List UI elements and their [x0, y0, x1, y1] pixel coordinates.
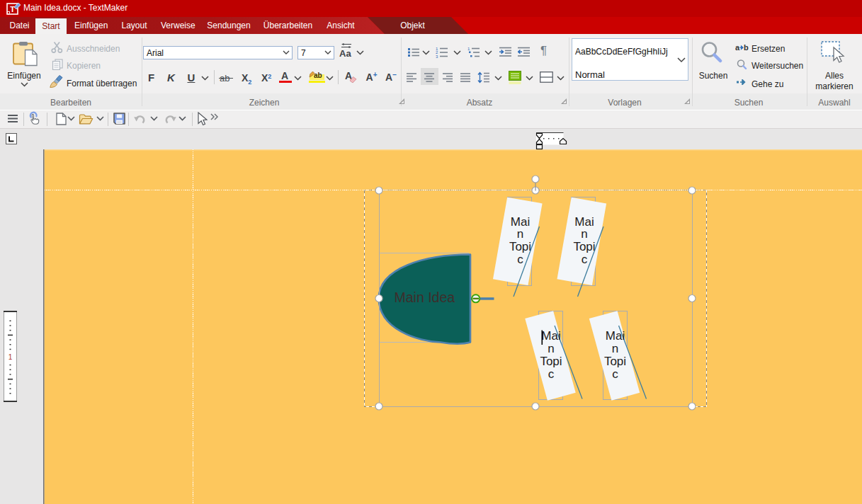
svg-text:Mai: Mai: [541, 329, 560, 343]
svg-text:n: n: [548, 342, 554, 355]
svg-text:Mai: Mai: [606, 329, 625, 343]
svg-text:c: c: [612, 367, 618, 381]
svg-text:b: b: [744, 43, 749, 52]
svg-text:Topi: Topi: [540, 355, 562, 368]
svg-text:c: c: [548, 367, 555, 381]
svg-text:Topi: Topi: [573, 240, 595, 253]
svg-text:c: c: [517, 253, 523, 266]
svg-text:n: n: [612, 342, 618, 355]
svg-text:n: n: [581, 227, 587, 241]
svg-text:Topi: Topi: [509, 240, 531, 253]
svg-text:Mai: Mai: [574, 215, 594, 229]
svg-text:3: 3: [436, 55, 438, 59]
svg-text:c: c: [582, 253, 588, 266]
svg-text:1: 1: [8, 353, 13, 361]
svg-text:n: n: [517, 227, 523, 241]
svg-text:1: 1: [467, 47, 470, 51]
svg-text:Mai: Mai: [511, 215, 530, 229]
svg-text:a: a: [735, 43, 740, 52]
svg-text:T: T: [10, 5, 15, 13]
svg-text:Topi: Topi: [604, 355, 626, 368]
svg-text:Main Idea: Main Idea: [394, 290, 455, 305]
